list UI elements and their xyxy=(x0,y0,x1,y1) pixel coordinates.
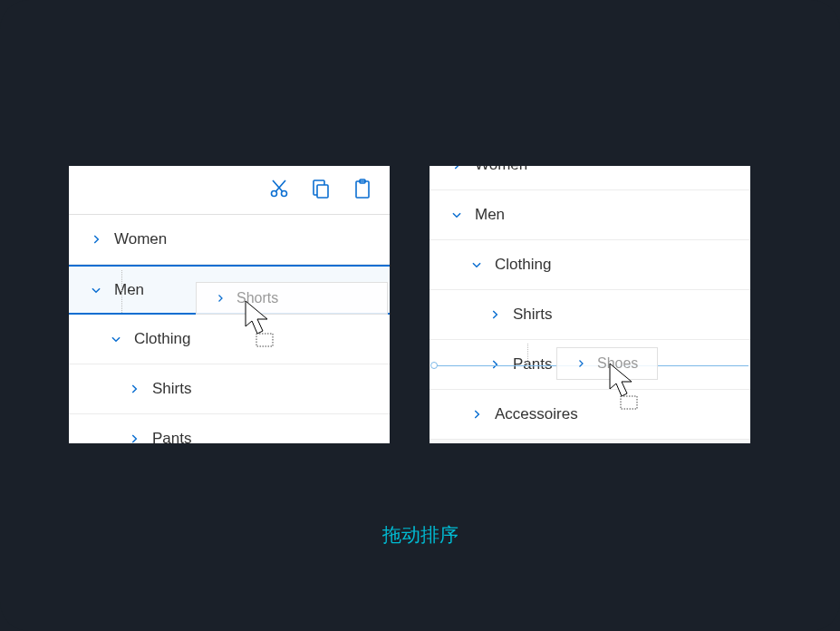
drop-guide-line xyxy=(527,344,528,366)
tree-label: Women xyxy=(468,166,527,174)
tree-label: Shirts xyxy=(145,380,191,398)
chevron-right-icon[interactable] xyxy=(123,383,145,395)
chevron-down-icon[interactable] xyxy=(105,333,127,345)
toolbar xyxy=(69,166,390,215)
chevron-right-icon[interactable] xyxy=(123,432,145,443)
figure-card: Women Men Clothing xyxy=(0,0,840,631)
tree-label: Pants xyxy=(506,355,552,374)
tree-row[interactable]: Accessoires xyxy=(430,390,750,440)
tree-label: Men xyxy=(107,281,144,299)
chevron-down-icon[interactable] xyxy=(85,284,107,296)
tree-label: Shirts xyxy=(506,306,552,324)
copy-icon[interactable] xyxy=(310,178,332,203)
tree-row[interactable]: Women xyxy=(430,166,750,190)
drag-cursor xyxy=(608,362,648,416)
tree-panel-right: Women Men Clothing xyxy=(430,166,750,443)
chevron-down-icon[interactable] xyxy=(446,209,468,221)
tree-a: Women Men Clothing xyxy=(69,215,390,443)
tree-row[interactable]: Women xyxy=(69,215,390,265)
tree-row[interactable]: Men xyxy=(430,190,750,240)
svg-point-0 xyxy=(272,190,277,196)
svg-marker-9 xyxy=(610,364,632,396)
drop-guide-line xyxy=(121,270,122,313)
cut-icon[interactable] xyxy=(268,178,290,203)
tree-row[interactable]: Shirts xyxy=(430,290,750,340)
chevron-down-icon[interactable] xyxy=(466,258,488,271)
chevron-right-icon xyxy=(209,293,231,304)
chevron-right-icon[interactable] xyxy=(484,358,506,371)
chevron-right-icon[interactable] xyxy=(466,408,488,421)
tree-label: Pants xyxy=(145,430,191,443)
tree-label: Accessoires xyxy=(488,405,578,423)
tree-panel-left: Women Men Clothing xyxy=(69,166,390,443)
svg-point-1 xyxy=(282,190,287,196)
tree-label: Clothing xyxy=(127,330,190,348)
chevron-right-icon xyxy=(570,358,592,369)
tree-row[interactable]: Clothing xyxy=(69,315,390,364)
tree-label: Clothing xyxy=(488,256,551,274)
svg-marker-7 xyxy=(246,301,267,334)
chevron-right-icon[interactable] xyxy=(85,233,107,246)
svg-rect-4 xyxy=(317,185,328,198)
chevron-right-icon[interactable] xyxy=(446,166,468,171)
drag-cursor xyxy=(244,299,284,354)
tree-row[interactable]: Shirts xyxy=(69,364,390,414)
chevron-right-icon[interactable] xyxy=(484,308,506,321)
tree-label: Women xyxy=(107,230,167,248)
drag-ghost: Shorts xyxy=(196,282,388,315)
svg-rect-8 xyxy=(256,334,273,346)
svg-rect-10 xyxy=(621,396,637,409)
tree-label: Men xyxy=(468,206,505,224)
paste-icon[interactable] xyxy=(352,178,373,203)
tree-b: Women Men Clothing xyxy=(430,166,750,440)
tree-row[interactable]: Pants xyxy=(69,414,390,443)
panels-container: Women Men Clothing xyxy=(69,166,750,443)
tree-row[interactable]: Clothing xyxy=(430,240,750,290)
figure-caption: 拖动排序 xyxy=(0,522,840,548)
